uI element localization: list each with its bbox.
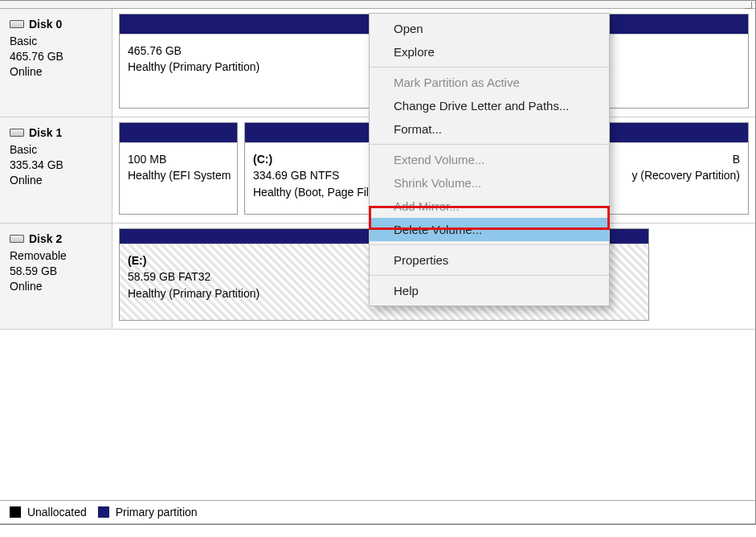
menu-separator	[370, 144, 609, 145]
disk-status: Online	[10, 173, 102, 188]
partition-size: 100 MB	[128, 151, 229, 167]
menu-separator	[370, 67, 609, 68]
legend-unalloc-label: Unallocated	[27, 506, 87, 519]
hdd-icon	[10, 129, 24, 137]
pane-toolstrip	[0, 1, 755, 9]
menu-properties[interactable]: Properties	[370, 248, 609, 272]
menu-add-mirror: Add Mirror...	[370, 195, 609, 218]
disk-type: Basic	[10, 34, 102, 49]
menu-explore[interactable]: Explore	[370, 40, 609, 64]
legend-swatch-navy	[98, 506, 109, 518]
partition-size: B	[617, 151, 740, 167]
disk-size: 58.59 GB	[10, 264, 102, 279]
disk-header[interactable]: Disk 1 Basic 335.34 GB Online	[0, 117, 112, 223]
partition-header-bar	[120, 123, 237, 142]
disk-type: Basic	[10, 142, 102, 158]
disk-status: Online	[10, 64, 102, 80]
menu-mark-active: Mark Partition as Active	[370, 71, 609, 94]
partition-recovery[interactable]: B y (Recovery Partition)	[608, 122, 749, 215]
disk-title: Disk 1	[29, 125, 62, 141]
context-menu: Open Explore Mark Partition as Active Ch…	[369, 13, 610, 306]
partition-health: Healthy (EFI System	[128, 167, 229, 183]
legend-primary-label: Primary partition	[116, 506, 198, 519]
disk-status: Online	[10, 279, 102, 294]
menu-open[interactable]: Open	[370, 17, 609, 40]
menu-help[interactable]: Help	[370, 279, 609, 302]
disk-size: 335.34 GB	[10, 158, 102, 173]
disk-title: Disk 2	[29, 232, 62, 247]
hdd-icon	[10, 20, 24, 28]
disk-header[interactable]: Disk 2 Removable 58.59 GB Online	[0, 223, 112, 329]
hdd-icon	[10, 235, 24, 243]
legend-unallocated: Unallocated	[10, 506, 87, 519]
disk-management-pane: Disk 0 Basic 465.76 GB Online 465.76 GB …	[0, 0, 756, 525]
partition-efi[interactable]: 100 MB Healthy (EFI System	[119, 122, 238, 215]
legend-bar: Unallocated Primary partition	[0, 500, 755, 524]
disk-type: Removable	[10, 248, 102, 264]
menu-extend-volume: Extend Volume...	[370, 148, 609, 171]
legend-primary: Primary partition	[98, 506, 198, 519]
disk-header[interactable]: Disk 0 Basic 465.76 GB Online	[0, 9, 112, 117]
disk-title: Disk 0	[29, 17, 62, 32]
menu-change-letter[interactable]: Change Drive Letter and Paths...	[370, 94, 609, 117]
legend-swatch-black	[10, 506, 21, 518]
partition-header-bar	[609, 123, 748, 142]
menu-separator	[370, 244, 609, 245]
menu-delete-volume[interactable]: Delete Volume...	[370, 218, 609, 241]
partition-health: y (Recovery Partition)	[617, 167, 740, 183]
menu-shrink-volume: Shrink Volume...	[370, 171, 609, 195]
disk-size: 465.76 GB	[10, 49, 102, 64]
menu-separator	[370, 275, 609, 276]
menu-format[interactable]: Format...	[370, 117, 609, 141]
